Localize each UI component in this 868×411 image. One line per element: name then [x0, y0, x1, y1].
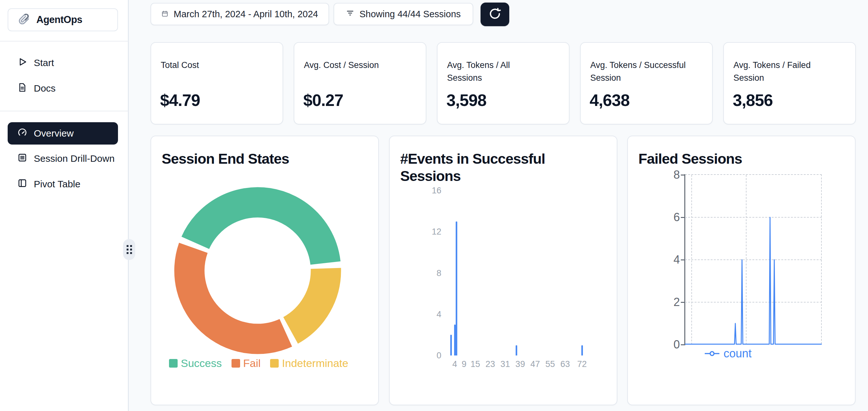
- calendar-icon: [161, 9, 168, 20]
- x-tick-label: 72: [572, 360, 592, 369]
- document-icon: [17, 82, 27, 95]
- chart-title: #Events in Successful Sessions: [400, 150, 585, 185]
- app-title: AgentOps: [36, 14, 82, 26]
- x-tick-label: 63: [556, 360, 575, 369]
- pivot-panel-icon: [17, 178, 27, 190]
- donut-segment-success[interactable]: [195, 202, 326, 263]
- events-histogram-card: #Events in Successful Sessions 161284049…: [389, 136, 617, 405]
- line-legend-count[interactable]: count: [705, 347, 752, 360]
- sidebar-item-label: Session Drill-Down: [34, 153, 115, 164]
- sessions-filter-button[interactable]: Showing 44/44 Sessions: [334, 3, 473, 25]
- refresh-button[interactable]: [480, 3, 509, 26]
- stat-value: $4.79: [160, 91, 200, 110]
- indeterminate-swatch: [270, 359, 279, 368]
- sessions-filter-label: Showing 44/44 Sessions: [360, 9, 461, 20]
- y-tick-label: 0: [419, 351, 441, 360]
- donut-legend: Success Fail Indeterminate: [169, 357, 348, 370]
- play-icon: [17, 57, 27, 69]
- failed-sessions-card: Failed Sessions 86420 count: [627, 136, 856, 405]
- y-tick-label: 4: [657, 254, 680, 266]
- stat-card-avg-cost: Avg. Cost / Session $0.27: [294, 42, 426, 124]
- stat-label: Avg. Tokens / Successful Session: [590, 59, 686, 84]
- y-tick-label: 6: [657, 211, 680, 223]
- axis-tick: [681, 302, 685, 303]
- gauge-icon: [17, 127, 27, 140]
- sidebar-divider: [0, 111, 129, 111]
- sidebar-item-label: Overview: [34, 128, 74, 139]
- donut-segment-fail[interactable]: [189, 248, 286, 339]
- sidebar-item-pivot-table[interactable]: Pivot Table: [8, 175, 118, 194]
- histogram-bar: [516, 345, 517, 355]
- sidebar-item-label: Docs: [34, 83, 56, 94]
- legend-label: Indeterminate: [282, 357, 348, 370]
- chart-title: Failed Sessions: [639, 150, 742, 168]
- line-marker-icon: [705, 351, 720, 356]
- app-logo[interactable]: AgentOps: [8, 8, 118, 31]
- stat-card-avg-tokens-failed: Avg. Tokens / Failed Session 3,856: [723, 42, 856, 124]
- sidebar-item-overview[interactable]: Overview: [8, 122, 118, 145]
- y-tick-label: 12: [419, 227, 441, 236]
- sidebar-resize-handle[interactable]: [123, 239, 135, 260]
- sidebar-item-label: Start: [34, 57, 54, 68]
- filter-icon: [346, 9, 354, 20]
- histogram-bar: [450, 335, 452, 355]
- sidebar-item-label: Pivot Table: [34, 179, 80, 189]
- axis-tick: [681, 217, 685, 218]
- y-tick-label: 8: [657, 169, 680, 181]
- sidebar-divider: [0, 41, 129, 41]
- grip-dots-icon: [127, 245, 132, 254]
- histogram-bar: [581, 345, 583, 355]
- stat-card-avg-tokens-all: Avg. Tokens / All Sessions 3,598: [437, 42, 569, 124]
- histogram-bar: [454, 325, 456, 355]
- date-range-button[interactable]: March 27th, 2024 - April 10th, 2024: [151, 3, 329, 25]
- y-tick-label: 16: [419, 186, 441, 195]
- legend-item-indeterminate[interactable]: Indeterminate: [270, 357, 348, 370]
- y-tick-label: 8: [419, 269, 441, 277]
- sidebar-item-start[interactable]: Start: [8, 54, 118, 72]
- donut-segment-indeterminate[interactable]: [290, 268, 326, 330]
- donut-chart: [174, 187, 341, 354]
- histogram-bar: [456, 222, 457, 355]
- stat-value: 3,856: [733, 91, 773, 110]
- stat-value: $0.27: [303, 91, 343, 110]
- stat-card-avg-tokens-successful: Avg. Tokens / Successful Session 4,638: [580, 42, 713, 124]
- axis-tick: [681, 175, 685, 176]
- legend-label: Success: [181, 357, 222, 370]
- stat-card-total-cost: Total Cost $4.79: [151, 42, 283, 124]
- axis-tick: [681, 344, 685, 345]
- refresh-icon: [488, 7, 502, 22]
- session-end-states-card: Session End States Success Fail Indeterm…: [151, 136, 379, 405]
- paperclip-icon: [17, 12, 31, 27]
- legend-label: count: [723, 347, 752, 360]
- stat-value: 4,638: [590, 91, 629, 110]
- chart-title: Session End States: [162, 150, 289, 168]
- success-swatch: [169, 359, 178, 368]
- stat-value: 3,598: [446, 91, 486, 110]
- legend-item-fail[interactable]: Fail: [231, 357, 261, 370]
- stat-label: Total Cost: [161, 59, 199, 71]
- stat-label: Avg. Cost / Session: [304, 59, 379, 71]
- list-box-icon: [17, 152, 27, 165]
- legend-label: Fail: [243, 357, 261, 370]
- sidebar-item-session-drill-down[interactable]: Session Drill-Down: [8, 149, 118, 168]
- legend-item-success[interactable]: Success: [169, 357, 222, 370]
- sidebar-item-docs[interactable]: Docs: [8, 79, 118, 98]
- axis-tick: [681, 259, 685, 260]
- y-tick-label: 4: [419, 310, 441, 319]
- y-tick-label: 0: [657, 339, 680, 351]
- stat-label: Avg. Tokens / Failed Session: [734, 59, 811, 84]
- stat-label: Avg. Tokens / All Sessions: [447, 59, 510, 84]
- failed-sessions-line-chart: 86420: [685, 174, 822, 344]
- count-series-line: [685, 175, 822, 345]
- sidebar: AgentOps Start Docs Overview Session Dri…: [0, 0, 129, 411]
- date-range-label: March 27th, 2024 - April 10th, 2024: [174, 9, 318, 20]
- y-tick-label: 2: [657, 296, 680, 308]
- fail-swatch: [231, 359, 240, 368]
